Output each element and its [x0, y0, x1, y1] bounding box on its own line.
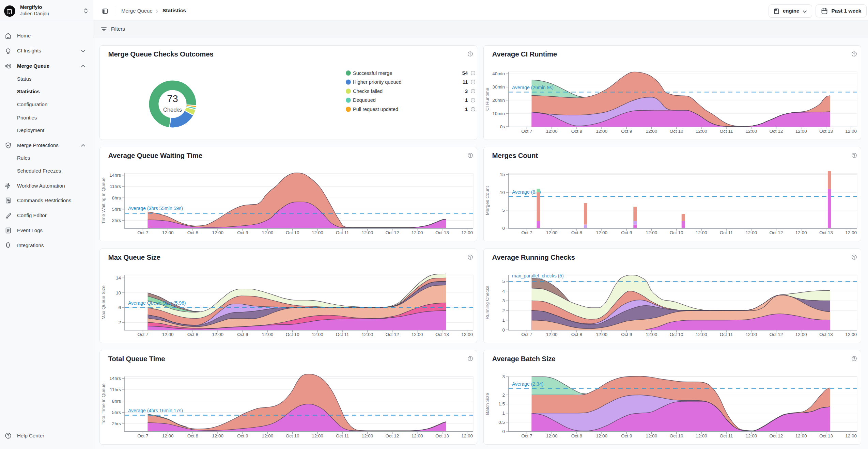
svg-text:3: 3 [465, 89, 467, 94]
svg-text:Oct 11: Oct 11 [336, 332, 349, 337]
svg-text:4: 4 [502, 288, 505, 293]
svg-text:2hrs: 2hrs [112, 218, 121, 223]
svg-text:Checks failed: Checks failed [353, 89, 383, 94]
svg-text:Oct 8: Oct 8 [187, 332, 198, 337]
svg-text:12:00: 12:00 [162, 433, 173, 438]
svg-text:Oct 9: Oct 9 [237, 230, 248, 235]
svg-text:12:00: 12:00 [212, 230, 223, 235]
svg-text:0s: 0s [500, 124, 505, 129]
svg-text:Average (2.34): Average (2.34) [512, 381, 543, 387]
svg-text:12:00: 12:00 [212, 332, 223, 337]
svg-text:12:00: 12:00 [845, 433, 857, 438]
svg-text:73: 73 [167, 93, 178, 104]
svg-text:12:00: 12:00 [361, 433, 373, 438]
svg-text:12:00: 12:00 [596, 129, 607, 134]
svg-text:10min: 10min [492, 111, 505, 116]
svg-text:2hrs: 2hrs [112, 421, 121, 426]
svg-text:12:00: 12:00 [411, 433, 423, 438]
svg-text:Oct 7: Oct 7 [137, 230, 148, 235]
svg-text:Oct 10: Oct 10 [669, 332, 683, 337]
svg-text:12:00: 12:00 [845, 230, 857, 235]
svg-text:Oct 12: Oct 12 [769, 332, 783, 337]
svg-text:11: 11 [462, 79, 467, 85]
svg-text:12:00: 12:00 [361, 230, 373, 235]
svg-text:15: 15 [500, 172, 505, 177]
svg-text:0: 0 [502, 226, 505, 231]
svg-text:Time Waiting in Queue: Time Waiting in Queue [101, 177, 106, 224]
svg-text:3: 3 [502, 374, 505, 379]
svg-text:Oct 11: Oct 11 [719, 129, 733, 134]
svg-text:Oct 9: Oct 9 [621, 332, 632, 337]
svg-text:12:00: 12:00 [596, 230, 607, 235]
svg-text:Average (26min 9s): Average (26min 9s) [512, 85, 554, 90]
svg-text:Average (8.8): Average (8.8) [512, 189, 541, 195]
svg-text:Oct 11: Oct 11 [719, 230, 733, 235]
svg-text:Oct 8: Oct 8 [187, 433, 198, 438]
svg-text:Oct 13: Oct 13 [819, 230, 833, 235]
svg-text:30min: 30min [492, 84, 505, 90]
svg-text:Oct 10: Oct 10 [669, 433, 683, 438]
svg-text:12:00: 12:00 [646, 332, 657, 337]
svg-text:12:00: 12:00 [546, 129, 557, 134]
svg-text:12:00: 12:00 [461, 332, 473, 337]
svg-text:Oct 7: Oct 7 [521, 433, 532, 438]
svg-text:Oct 11: Oct 11 [336, 230, 349, 235]
svg-text:Oct 13: Oct 13 [819, 332, 833, 337]
svg-text:Oct 7: Oct 7 [137, 433, 148, 438]
svg-text:12:00: 12:00 [646, 433, 657, 438]
svg-text:11hrs: 11hrs [110, 387, 121, 392]
svg-text:Checks: Checks [163, 107, 182, 113]
svg-text:12:00: 12:00 [745, 129, 757, 134]
svg-text:CI Runtime: CI Runtime [485, 88, 490, 111]
svg-text:Average (4hrs 16min 17s): Average (4hrs 16min 17s) [128, 407, 183, 413]
svg-text:12:00: 12:00 [262, 332, 273, 337]
svg-text:Oct 10: Oct 10 [285, 332, 299, 337]
svg-text:1: 1 [465, 97, 467, 103]
svg-text:12:00: 12:00 [745, 332, 757, 337]
svg-text:max_parallel_checks (5): max_parallel_checks (5) [512, 273, 564, 278]
svg-text:Oct 10: Oct 10 [669, 230, 683, 235]
svg-text:Average Queue Size (5.96): Average Queue Size (5.96) [128, 300, 186, 306]
svg-text:Oct 11: Oct 11 [719, 332, 733, 337]
svg-text:12:00: 12:00 [596, 332, 607, 337]
svg-text:8hrs: 8hrs [112, 195, 121, 201]
svg-text:12:00: 12:00 [745, 230, 757, 235]
svg-text:Oct 12: Oct 12 [385, 230, 399, 235]
svg-text:Oct 13: Oct 13 [435, 332, 449, 337]
svg-text:Running Checks: Running Checks [485, 285, 490, 319]
svg-text:2: 2 [118, 320, 121, 325]
svg-text:12:00: 12:00 [745, 433, 757, 438]
svg-text:12:00: 12:00 [546, 230, 557, 235]
svg-text:Oct 13: Oct 13 [819, 433, 833, 438]
svg-text:2: 2 [502, 308, 505, 313]
svg-text:Oct 12: Oct 12 [769, 230, 783, 235]
svg-text:Oct 12: Oct 12 [385, 433, 399, 438]
svg-text:5: 5 [502, 208, 505, 213]
svg-text:12:00: 12:00 [361, 332, 373, 337]
svg-text:10: 10 [500, 190, 505, 195]
svg-text:1: 1 [502, 318, 505, 323]
svg-text:Oct 11: Oct 11 [336, 433, 349, 438]
svg-text:12:00: 12:00 [461, 230, 473, 235]
svg-text:12:00: 12:00 [312, 332, 323, 337]
svg-text:12:00: 12:00 [312, 230, 323, 235]
svg-text:12:00: 12:00 [795, 433, 807, 438]
svg-text:12:00: 12:00 [312, 433, 323, 438]
svg-text:12:00: 12:00 [845, 129, 857, 134]
svg-text:8hrs: 8hrs [112, 398, 121, 403]
svg-text:Oct 13: Oct 13 [819, 129, 833, 134]
svg-text:Oct 7: Oct 7 [521, 129, 532, 134]
svg-text:2: 2 [502, 392, 505, 397]
svg-text:Oct 8: Oct 8 [571, 230, 582, 235]
svg-text:Oct 7: Oct 7 [137, 332, 148, 337]
svg-text:Oct 8: Oct 8 [571, 433, 582, 438]
svg-text:40min: 40min [492, 71, 505, 76]
svg-text:Oct 7: Oct 7 [521, 332, 532, 337]
svg-text:Higher priority queued: Higher priority queued [353, 79, 402, 85]
svg-text:Pull request updated: Pull request updated [353, 107, 398, 112]
svg-text:12:00: 12:00 [262, 433, 273, 438]
svg-text:1: 1 [502, 411, 505, 416]
svg-text:5hrs: 5hrs [112, 410, 121, 415]
svg-text:Oct 13: Oct 13 [435, 230, 449, 235]
svg-text:10: 10 [115, 290, 121, 295]
